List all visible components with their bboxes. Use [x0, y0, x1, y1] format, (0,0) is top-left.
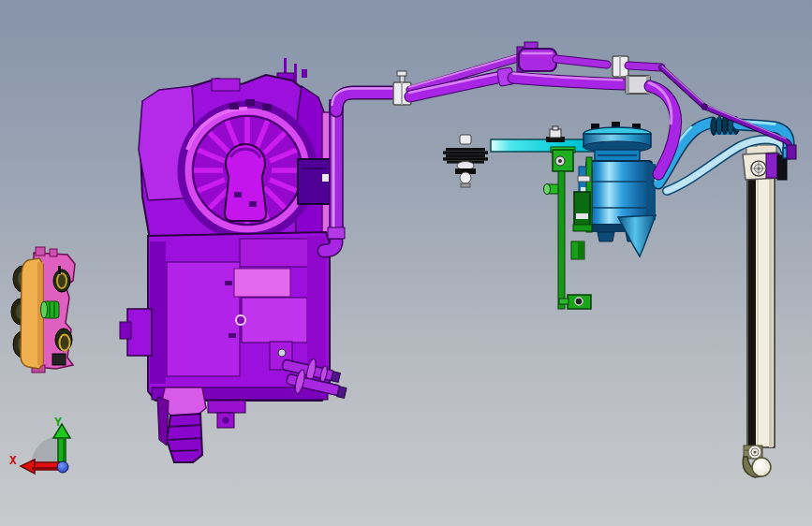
drier-bottom-elbow — [743, 446, 771, 477]
blower-inlet-ring[interactable] — [182, 99, 313, 236]
z-axis-origin-ball-icon — [57, 461, 68, 473]
hose-muffler — [517, 42, 556, 72]
y-axis-label: Y — [54, 415, 62, 429]
control-actuator[interactable] — [41, 301, 60, 318]
compressor-clutch — [583, 122, 651, 162]
x-axis-arrow-icon — [21, 460, 62, 474]
hvac-blower-assembly[interactable] — [120, 58, 351, 462]
drier-tube[interactable] — [743, 139, 787, 477]
x-axis-label: X — [9, 453, 17, 467]
floor-duct[interactable] — [157, 387, 206, 462]
compressor-funnel-bracket[interactable] — [618, 215, 656, 256]
blower-motor-box[interactable] — [298, 159, 330, 204]
orientation-triad: Y X — [9, 415, 70, 474]
heater-box[interactable] — [120, 232, 330, 428]
compressor-body — [586, 161, 652, 225]
cad-scene[interactable]: Y X — [0, 0, 812, 526]
triad-arc — [31, 435, 62, 466]
idler-damper-stack[interactable] — [443, 135, 488, 187]
hvac-control-head[interactable] — [11, 247, 75, 373]
cad-viewport[interactable]: Y X — [0, 0, 812, 526]
